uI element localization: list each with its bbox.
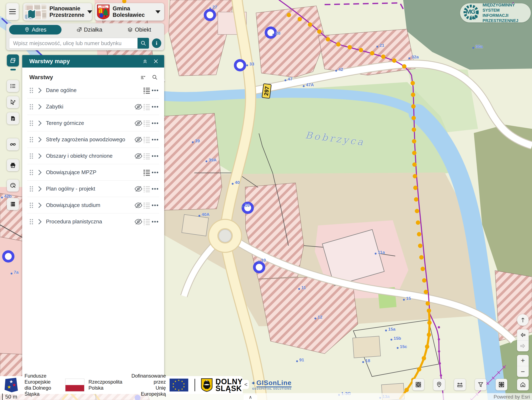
map-marker[interactable]	[243, 203, 253, 213]
tab-adres[interactable]: Adres	[9, 25, 62, 34]
drag-handle-icon[interactable]	[27, 168, 36, 177]
chevron-right-icon[interactable]	[36, 86, 44, 95]
toolbar-list-button[interactable]	[7, 80, 19, 92]
search-layers-button[interactable]	[151, 73, 159, 82]
layer-row[interactable]: Procedura planistyczna	[22, 213, 164, 230]
legend-icon[interactable]	[143, 119, 151, 127]
map-marker[interactable]	[205, 10, 215, 20]
forward-button[interactable]	[517, 340, 529, 351]
sort-layers-button[interactable]	[139, 73, 147, 82]
layer-row[interactable]: Dane ogólne	[22, 82, 164, 98]
toolbar-legend-button[interactable]	[7, 198, 19, 210]
drag-handle-icon[interactable]	[27, 135, 36, 144]
home-button[interactable]	[517, 379, 529, 390]
zoom-out-button[interactable]: −	[517, 366, 529, 377]
visibility-off-icon[interactable]	[134, 201, 143, 210]
chevron-right-icon[interactable]	[36, 119, 44, 127]
options-icon[interactable]	[151, 135, 159, 144]
legend-icon[interactable]	[143, 86, 151, 95]
toolbar-document-button[interactable]	[7, 112, 19, 124]
options-icon[interactable]	[151, 201, 159, 210]
visibility-off-icon[interactable]	[134, 119, 143, 127]
hamburger-menu-button[interactable]	[6, 3, 19, 20]
toolbar-share-link-button[interactable]	[7, 138, 19, 150]
legend-icon[interactable]	[143, 185, 151, 193]
module-dropdown[interactable]: Planowanie Przestrzenne	[23, 3, 92, 21]
search-panel: Adres Działka Obiekt i	[6, 23, 164, 50]
drag-handle-icon[interactable]	[27, 86, 36, 95]
visibility-off-icon[interactable]	[134, 185, 143, 193]
visibility-off-icon[interactable]	[134, 103, 143, 111]
compass-north-button[interactable]	[517, 314, 529, 326]
map-marker[interactable]	[4, 252, 13, 261]
chevron-right-icon[interactable]	[36, 201, 44, 210]
drag-handle-icon[interactable]	[27, 152, 36, 160]
info-button[interactable]: i	[152, 38, 161, 48]
chevron-right-icon[interactable]	[36, 135, 44, 144]
legend-icon[interactable]	[143, 135, 151, 144]
map-marker[interactable]	[266, 28, 276, 38]
options-icon[interactable]	[151, 103, 159, 111]
map-marker[interactable]	[254, 262, 264, 272]
visibility-off-icon[interactable]	[134, 217, 143, 226]
options-icon[interactable]	[151, 119, 159, 127]
back-button[interactable]	[517, 329, 529, 340]
layer-row[interactable]: Zabytki	[22, 98, 164, 115]
layer-row[interactable]: Obowiązujące studium	[22, 197, 164, 213]
toolbar-select-button[interactable]	[7, 96, 19, 108]
location-pin-icon	[24, 27, 30, 32]
layer-row[interactable]: Tereny górnicze	[22, 115, 164, 131]
toolbar-print-button[interactable]	[7, 159, 19, 171]
search-button[interactable]	[138, 38, 149, 49]
search-icon	[152, 74, 158, 80]
tab-dzialka[interactable]: Działka	[64, 25, 114, 34]
tab-obiekt[interactable]: Obiekt	[114, 25, 164, 34]
banner-collapse-button[interactable]: <	[243, 380, 249, 389]
bookmarks-button[interactable]	[496, 379, 507, 390]
layer-row[interactable]: Obowiązujące MPZP	[22, 164, 164, 181]
legend-icon[interactable]	[143, 217, 151, 226]
zoom-in-button[interactable]: +	[517, 355, 529, 366]
basemap-button[interactable]	[412, 379, 424, 390]
drag-handle-icon[interactable]	[27, 217, 36, 226]
legend-icon[interactable]	[143, 201, 151, 210]
legend-icon[interactable]	[143, 152, 151, 160]
toolbar-layers-button[interactable]	[7, 54, 19, 66]
legend-icon[interactable]	[143, 103, 151, 111]
drag-handle-icon[interactable]	[27, 201, 36, 210]
options-icon[interactable]	[151, 152, 159, 160]
drag-handle-icon[interactable]	[27, 185, 36, 193]
search-input[interactable]	[9, 38, 138, 49]
options-icon[interactable]	[151, 185, 159, 193]
chevron-right-icon[interactable]	[36, 152, 44, 160]
scale-bar: 50 m	[2, 394, 17, 400]
toolbar-draw-button[interactable]	[7, 179, 19, 192]
layer-row[interactable]: Strefy zagrożenia powodziowego	[22, 131, 164, 148]
map-marker[interactable]	[235, 60, 245, 70]
visibility-off-icon[interactable]	[134, 135, 143, 144]
options-icon[interactable]	[151, 217, 159, 226]
chevron-right-icon[interactable]	[36, 185, 44, 193]
drag-handle-icon[interactable]	[27, 119, 36, 127]
module-dropdown-label: Planowanie Przestrzenne	[50, 5, 84, 18]
legend-icon[interactable]	[143, 168, 151, 177]
options-icon[interactable]	[151, 168, 159, 177]
collapse-panel-button[interactable]	[141, 57, 149, 65]
globe-icon	[415, 381, 421, 388]
layer-row[interactable]: Obszary i obiekty chronione	[22, 148, 164, 164]
layer-row[interactable]: Plan ogólny - projekt	[22, 181, 164, 197]
measure-button[interactable]	[454, 379, 466, 390]
chevron-right-icon[interactable]	[36, 168, 44, 177]
locate-button[interactable]	[433, 379, 445, 390]
filter-button[interactable]	[475, 379, 487, 390]
chevron-right-icon[interactable]	[36, 217, 44, 226]
svg-text:★: ★	[12, 382, 16, 387]
expand-footer-button[interactable]: ∧	[244, 394, 257, 400]
close-panel-button[interactable]	[152, 57, 160, 65]
drag-handle-icon[interactable]	[27, 103, 36, 111]
panel-title: Warstwy mapy	[29, 58, 138, 65]
chevron-right-icon[interactable]	[36, 103, 44, 111]
visibility-off-icon[interactable]	[134, 152, 143, 160]
options-icon[interactable]	[151, 86, 159, 95]
municipality-dropdown[interactable]: GMINA BOLESŁAWIEC Gmina Bolesławiec	[95, 3, 164, 21]
